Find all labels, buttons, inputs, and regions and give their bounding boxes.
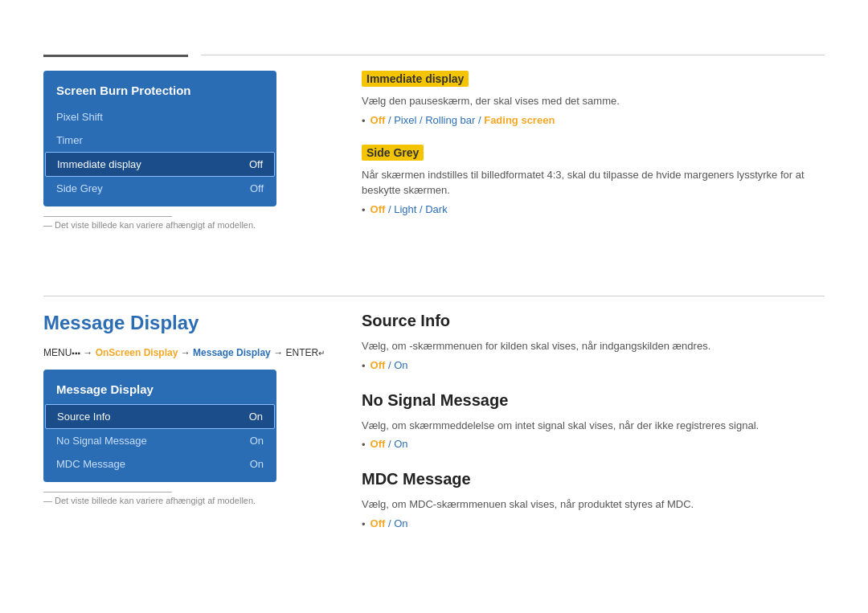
opt-slash-1: / Pixel / Rolling bar / xyxy=(388,114,484,126)
message-display-box-title: Message Display xyxy=(43,376,276,404)
menu-path: MENU▪▪▪ → OnScreen Display → Message Dis… xyxy=(43,347,325,358)
arrow-3: → xyxy=(273,347,285,358)
side-grey-desc: Når skærmen indstilles til billedformate… xyxy=(362,167,825,198)
screen-burn-menu-box: Screen Burn Protection Pixel Shift Timer… xyxy=(43,71,276,206)
menu-item-value-source-info: On xyxy=(249,411,263,423)
opt-off-source: Off xyxy=(371,359,386,371)
immediate-display-desc: Vælg den pauseskærm, der skal vises med … xyxy=(362,93,825,109)
arrow-2: → xyxy=(181,347,193,358)
footnote-text-top: ― Det viste billede kan variere afhængig… xyxy=(43,220,276,230)
no-signal-options-text: Off / On xyxy=(371,438,408,450)
menu-item-side-grey[interactable]: Side Grey Off xyxy=(43,177,276,200)
opt-off-no-signal: Off xyxy=(371,438,386,450)
message-display-link: Message Display xyxy=(193,347,271,358)
bullet-dot-no-signal: • xyxy=(362,439,366,451)
no-signal-options: • Off / On xyxy=(362,438,825,451)
mdc-message-options: • Off / On xyxy=(362,517,825,530)
enter-symbol: ENTER xyxy=(285,347,318,358)
arrow-1: → xyxy=(83,347,95,358)
right-panel-bottom: Source Info Vælg, om -skærmmenuen for ki… xyxy=(362,312,825,550)
source-info-heading: Source Info xyxy=(362,312,825,330)
menu-item-value-side-grey: Off xyxy=(250,182,264,194)
top-divider-thick xyxy=(43,55,188,57)
enter-icon: ↵ xyxy=(318,349,325,358)
opt-on-mdc: / On xyxy=(388,517,408,529)
menu-item-label-pixel-shift: Pixel Shift xyxy=(56,111,103,123)
message-display-title: Message Display xyxy=(43,312,199,334)
menu-item-immediate-display[interactable]: Immediate display Off xyxy=(45,152,275,177)
mdc-options-text: Off / On xyxy=(371,517,408,529)
screen-burn-title: Screen Burn Protection xyxy=(43,77,276,105)
menu-item-label-no-signal: No Signal Message xyxy=(56,435,147,447)
menu-item-value-no-signal: On xyxy=(250,435,264,447)
opt-off-mdc: Off xyxy=(371,517,386,529)
top-divider-thin xyxy=(201,55,825,55)
right-panel-top: Immediate display Vælg den pauseskærm, d… xyxy=(362,71,825,219)
screen-burn-panel: Screen Burn Protection Pixel Shift Timer… xyxy=(43,71,276,230)
opt-off-immediate: Off xyxy=(371,114,386,126)
menu-item-mdc-message[interactable]: MDC Message On xyxy=(43,452,276,476)
no-signal-desc: Vælg, om skærmmeddelelse om intet signal… xyxy=(362,418,825,434)
onscreen-display-link: OnScreen Display xyxy=(96,347,178,358)
no-signal-section: No Signal Message Vælg, om skærmmeddelel… xyxy=(362,391,825,452)
menu-item-label-side-grey: Side Grey xyxy=(56,182,103,194)
side-grey-options-text: Off / Light / Dark xyxy=(371,203,448,215)
menu-item-label-mdc: MDC Message xyxy=(56,458,125,470)
no-signal-heading: No Signal Message xyxy=(362,391,825,410)
menu-item-no-signal[interactable]: No Signal Message On xyxy=(43,429,276,452)
menu-item-label-source-info: Source Info xyxy=(57,411,111,423)
footnote-text-bottom: ― Det viste billede kan variere afhængig… xyxy=(43,496,276,505)
side-grey-label: Side Grey xyxy=(362,145,424,161)
menu-item-value-mdc: On xyxy=(250,458,264,470)
footnote-line-bottom xyxy=(43,492,172,492)
bullet-dot-2: • xyxy=(362,204,366,216)
side-grey-section: Side Grey Når skærmen indstilles til bil… xyxy=(362,145,825,216)
bullet-dot-mdc: • xyxy=(362,518,366,530)
source-info-options: • Off / On xyxy=(362,359,825,372)
menu-path-prefix: MENU xyxy=(43,347,72,358)
menu-item-label-immediate: Immediate display xyxy=(57,158,141,170)
message-display-menu-box: Message Display Source Info On No Signal… xyxy=(43,370,276,482)
bullet-dot-source: • xyxy=(362,360,366,372)
mdc-message-heading: MDC Message xyxy=(362,470,825,488)
immediate-display-label: Immediate display xyxy=(362,71,469,87)
menu-item-value-immediate: Off xyxy=(249,158,263,170)
immediate-options-text: Off / Pixel / Rolling bar / Fading scree… xyxy=(371,114,555,126)
immediate-display-section: Immediate display Vælg den pauseskærm, d… xyxy=(362,71,825,127)
menu-item-timer[interactable]: Timer xyxy=(43,129,276,152)
opt-light-dark: / Light / Dark xyxy=(388,203,448,215)
bullet-dot-1: • xyxy=(362,115,366,127)
side-grey-options: • Off / Light / Dark xyxy=(362,203,825,216)
opt-on-no-signal: / On xyxy=(388,438,408,450)
menu-item-label-timer: Timer xyxy=(56,134,83,146)
mdc-message-section: MDC Message Vælg, om MDC-skærmmenuen ska… xyxy=(362,470,825,530)
footnote-line-top xyxy=(43,216,172,217)
message-display-panel: Message Display Source Info On No Signal… xyxy=(43,370,276,505)
opt-on-source: / On xyxy=(388,359,408,371)
source-info-section: Source Info Vælg, om -skærmmenuen for ki… xyxy=(362,312,825,372)
source-info-desc: Vælg, om -skærmmenuen for kilden skal vi… xyxy=(362,338,825,354)
menu-item-source-info[interactable]: Source Info On xyxy=(45,404,275,429)
mid-divider xyxy=(43,296,825,296)
mdc-message-desc: Vælg, om MDC-skærmmenuen skal vises, når… xyxy=(362,497,825,513)
immediate-display-options: • Off / Pixel / Rolling bar / Fading scr… xyxy=(362,114,825,127)
menu-symbol: ▪▪▪ xyxy=(72,349,80,358)
source-info-options-text: Off / On xyxy=(371,359,408,371)
menu-item-pixel-shift[interactable]: Pixel Shift xyxy=(43,105,276,129)
opt-fading: Fading screen xyxy=(484,114,555,126)
opt-off-side-grey: Off xyxy=(371,203,386,215)
